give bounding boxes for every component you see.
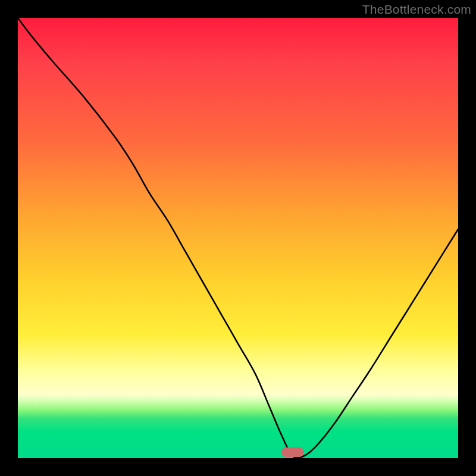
plot-area: [18, 18, 458, 458]
bottleneck-curve: [18, 18, 458, 458]
watermark-text: TheBottleneck.com: [362, 2, 471, 17]
optimal-marker: [281, 447, 304, 457]
outer-frame: TheBottleneck.com: [0, 0, 476, 476]
curve-path: [18, 18, 458, 458]
